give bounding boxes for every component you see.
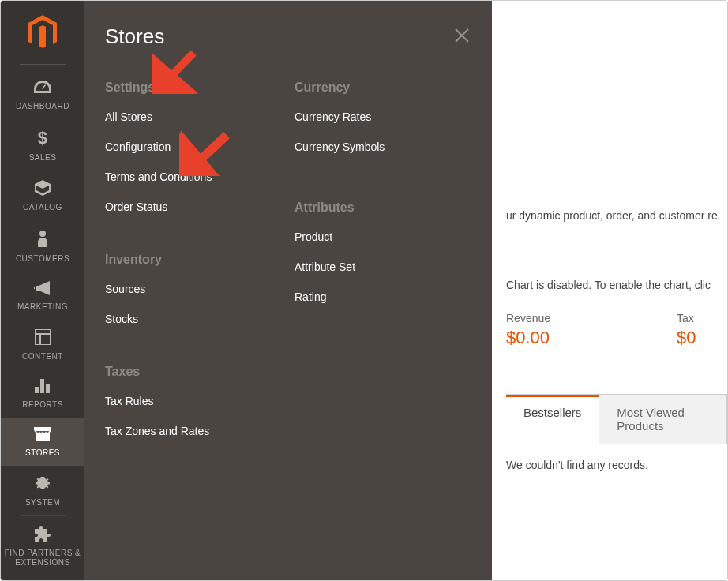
section-currency: Currency — [295, 81, 468, 95]
flyout-title: Stores — [105, 24, 468, 49]
stat-tax: Tax $0 — [677, 312, 696, 348]
link-configuration[interactable]: Configuration — [105, 141, 279, 153]
link-tax-rules[interactable]: Tax Rules — [105, 395, 279, 407]
puzzle-icon — [35, 526, 51, 544]
gear-icon — [35, 475, 51, 493]
flyout-col-left: Settings All Stores Configuration Terms … — [105, 81, 279, 455]
magento-logo — [27, 15, 58, 53]
nav-content[interactable]: CONTENT — [1, 320, 84, 369]
megaphone-icon — [34, 281, 51, 298]
nav-marketing[interactable]: MARKETING — [1, 272, 84, 320]
nav-label: REPORTS — [22, 400, 63, 410]
store-icon — [34, 427, 51, 444]
close-icon — [454, 28, 470, 43]
nav-catalog[interactable]: CATALOG — [1, 171, 84, 220]
nav-label: DASHBOARD — [16, 102, 69, 111]
stat-label: Revenue — [506, 312, 550, 324]
nav-label: CONTENT — [22, 352, 63, 362]
section-taxes: Taxes — [105, 365, 279, 379]
nav-dashboard[interactable]: DASHBOARD — [1, 71, 84, 119]
section-attributes: Attributes — [295, 201, 468, 215]
nav-partners[interactable]: FIND PARTNERS & EXTENSIONS — [1, 516, 84, 575]
admin-sidebar: DASHBOARD $ SALES CATALOG CUSTOMERS MARK… — [1, 1, 84, 580]
nav-label: FIND PARTNERS & EXTENSIONS — [1, 549, 84, 568]
nav-customers[interactable]: CUSTOMERS — [1, 220, 84, 272]
link-product[interactable]: Product — [295, 231, 468, 243]
bar-chart-icon — [35, 379, 51, 395]
svg-point-1 — [39, 231, 46, 237]
link-currency-rates[interactable]: Currency Rates — [295, 111, 468, 123]
stat-label: Tax — [677, 312, 696, 324]
stat-value: $0 — [677, 328, 696, 348]
svg-rect-2 — [35, 329, 51, 345]
close-button[interactable] — [454, 28, 470, 47]
nav-stores[interactable]: STORES — [1, 418, 84, 466]
nav-label: CATALOG — [23, 203, 62, 212]
link-sources[interactable]: Sources — [105, 283, 279, 295]
box-icon — [34, 180, 51, 198]
link-all-stores[interactable]: All Stores — [105, 111, 279, 123]
stores-flyout: Stores Settings All Stores Configuration… — [84, 1, 492, 580]
person-icon — [37, 230, 48, 249]
svg-text:$: $ — [38, 129, 48, 146]
nav-label: STORES — [25, 448, 60, 458]
tab-empty-text: We couldn't find any records. — [506, 444, 727, 471]
link-rating[interactable]: Rating — [295, 290, 468, 303]
layout-icon — [35, 329, 51, 347]
link-attribute-set[interactable]: Attribute Set — [295, 261, 468, 273]
nav-sales[interactable]: $ SALES — [1, 119, 84, 171]
dollar-icon: $ — [37, 129, 48, 148]
link-order-status[interactable]: Order Status — [105, 201, 279, 213]
tab-bestsellers[interactable]: Bestsellers — [506, 395, 599, 444]
nav-system[interactable]: SYSTEM — [1, 466, 84, 515]
stat-revenue: Revenue $0.00 — [506, 312, 550, 348]
link-terms-conditions[interactable]: Terms and Conditions — [105, 171, 279, 183]
flyout-col-right: Currency Currency Rates Currency Symbols… — [295, 81, 468, 455]
main-content: ur dynamic product, order, and customer … — [492, 1, 727, 580]
stat-value: $0.00 — [506, 328, 550, 348]
link-stocks[interactable]: Stocks — [105, 313, 279, 325]
chart-disabled-text: Chart is disabled. To enable the chart, … — [506, 279, 727, 291]
nav-label: CUSTOMERS — [16, 254, 69, 264]
svg-rect-7 — [46, 384, 50, 393]
nav-label: MARKETING — [17, 302, 68, 312]
svg-rect-6 — [40, 379, 44, 393]
divider — [20, 64, 66, 65]
link-tax-zones[interactable]: Tax Zones and Rates — [105, 425, 279, 437]
gauge-icon — [34, 81, 51, 97]
nav-label: SALES — [29, 153, 57, 163]
link-currency-symbols[interactable]: Currency Symbols — [295, 141, 468, 153]
nav-reports[interactable]: REPORTS — [1, 369, 84, 418]
tab-most-viewed[interactable]: Most Viewed Products — [599, 395, 727, 444]
tabs: Bestsellers Most Viewed Products — [506, 394, 727, 444]
nav-label: SYSTEM — [25, 498, 60, 508]
section-settings: Settings — [105, 81, 279, 95]
intro-text: ur dynamic product, order, and customer … — [506, 209, 727, 222]
svg-rect-5 — [35, 387, 39, 393]
section-inventory: Inventory — [105, 253, 279, 267]
